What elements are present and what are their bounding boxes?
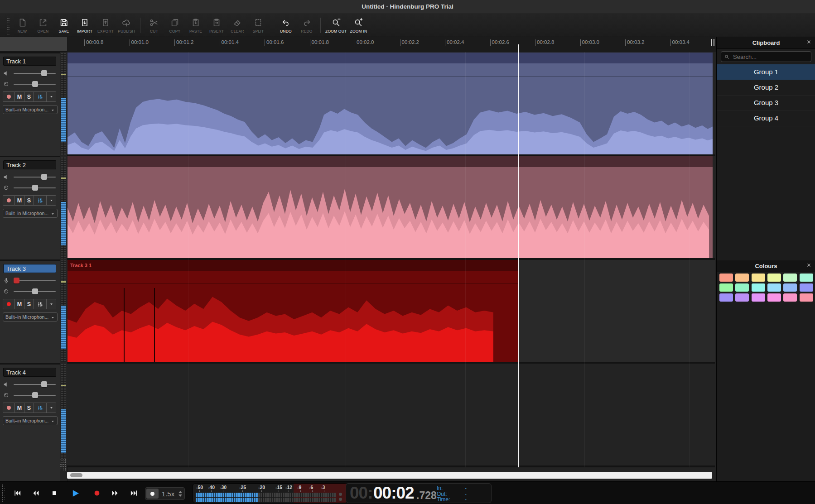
mute-button[interactable]: M <box>15 299 24 309</box>
eq-button[interactable] <box>34 195 47 206</box>
solo-button[interactable]: S <box>24 403 34 413</box>
toolbar-button-copy[interactable]: COPY <box>164 15 185 36</box>
search-input[interactable] <box>732 53 811 61</box>
pan-slider-handle[interactable] <box>32 288 38 294</box>
toolbar-button-split[interactable]: SPLIT <box>248 15 269 36</box>
input-device-dropdown[interactable]: Built–in Microphon... <box>3 105 58 114</box>
audio-clip-track-2[interactable] <box>68 156 713 259</box>
eq-button[interactable] <box>34 403 47 413</box>
track-options-dropdown[interactable] <box>47 403 56 413</box>
eq-button[interactable] <box>34 299 47 309</box>
toolbar-button-publish[interactable]: PUBLISH <box>116 15 137 36</box>
toolbar-button-export[interactable]: EXPORT <box>95 15 116 36</box>
audio-clip-track-3[interactable]: Track 3 1 <box>68 260 518 363</box>
colour-swatch[interactable] <box>735 274 749 282</box>
input-device-dropdown[interactable]: Built–in Microphon... <box>3 312 58 322</box>
horizontal-scrollbar-thumb[interactable] <box>70 473 82 477</box>
toolbar-button-redo[interactable]: REDO <box>296 15 317 36</box>
volume-slider-handle[interactable] <box>41 70 47 76</box>
toolbar-button-zoom-out[interactable]: ZOOM OUT <box>324 15 348 36</box>
track-options-dropdown[interactable] <box>47 195 56 206</box>
timeline-tracks-area[interactable]: Track 3 1 <box>67 52 715 467</box>
colour-swatch[interactable] <box>735 293 749 302</box>
colour-swatch[interactable] <box>783 283 797 292</box>
panel-resize-handle[interactable] <box>59 458 67 471</box>
track-name-field[interactable]: Track 3 <box>3 264 56 273</box>
transport-drag-handle[interactable] <box>1 484 5 502</box>
colour-swatch[interactable] <box>735 283 749 292</box>
speed-increase-icon[interactable] <box>178 491 182 493</box>
record-arm-button[interactable] <box>3 403 15 413</box>
colour-swatch[interactable] <box>752 274 765 282</box>
track-name-field[interactable]: Track 1 <box>3 57 56 66</box>
pan-slider-handle[interactable] <box>32 81 38 87</box>
record-arm-button[interactable] <box>3 195 15 206</box>
solo-button[interactable]: S <box>24 91 34 102</box>
audio-clip-track-1[interactable] <box>68 53 713 155</box>
toolbar-button-save[interactable]: SAVE <box>53 15 74 36</box>
toolbar-button-insert[interactable]: INSERT <box>206 15 227 36</box>
input-device-dropdown[interactable]: Built–in Microphon... <box>3 416 58 425</box>
colour-swatch[interactable] <box>719 293 733 302</box>
volume-slider-handle[interactable] <box>41 174 47 180</box>
colour-swatch[interactable] <box>752 293 765 302</box>
transport-fast-forward-button[interactable] <box>108 486 122 500</box>
toolbar-button-clear[interactable]: CLEAR <box>227 15 248 36</box>
eq-button[interactable] <box>34 91 47 102</box>
track-options-dropdown[interactable] <box>47 91 56 102</box>
input-device-dropdown[interactable]: Built–in Microphon... <box>3 209 58 218</box>
transport-skip-start-button[interactable] <box>10 486 24 500</box>
toolbar-button-open[interactable]: OPEN <box>33 15 53 36</box>
transport-rewind-button[interactable] <box>29 486 43 500</box>
record-arm-button[interactable] <box>3 91 15 102</box>
track-name-field[interactable]: Track 4 <box>3 368 56 377</box>
colour-swatch[interactable] <box>767 274 781 282</box>
transport-stop-button[interactable] <box>47 486 62 500</box>
transport-skip-end-button[interactable] <box>127 486 141 500</box>
colour-swatch[interactable] <box>783 293 797 302</box>
clipboard-group-3[interactable]: Group 3 <box>717 95 815 111</box>
transport-play-button[interactable] <box>68 486 82 500</box>
toolbar-button-import[interactable]: IMPORT <box>74 15 95 36</box>
solo-button[interactable]: S <box>24 299 34 309</box>
horizontal-scrollbar[interactable] <box>67 472 712 479</box>
clip-gain-line[interactable] <box>68 283 518 284</box>
clip-gain-line[interactable] <box>68 180 713 180</box>
mute-button[interactable]: M <box>15 403 24 413</box>
track-name-field[interactable]: Track 2 <box>3 160 56 169</box>
colour-swatch[interactable] <box>767 293 781 302</box>
clipboard-group-4[interactable]: Group 4 <box>717 110 815 126</box>
pan-slider-handle[interactable] <box>32 185 38 191</box>
toolbar-drag-handle[interactable] <box>6 16 10 34</box>
clipboard-group-2[interactable]: Group 2 <box>717 80 815 96</box>
volume-slider-handle[interactable] <box>14 278 19 283</box>
clipboard-search[interactable] <box>721 51 811 62</box>
colour-swatch[interactable] <box>752 283 765 292</box>
toolbar-button-undo[interactable]: UNDO <box>275 15 296 36</box>
colour-swatch[interactable] <box>719 283 733 292</box>
colour-swatch[interactable] <box>800 274 813 282</box>
track-options-dropdown[interactable] <box>47 299 56 309</box>
colours-close-icon[interactable] <box>806 263 811 268</box>
colour-swatch[interactable] <box>800 283 813 292</box>
record-mode-button[interactable] <box>146 489 159 499</box>
pan-slider-handle[interactable] <box>32 392 38 398</box>
volume-slider-handle[interactable] <box>41 381 47 387</box>
speed-decrease-icon[interactable] <box>178 494 182 497</box>
clipboard-group-1[interactable]: Group 1 <box>717 64 815 80</box>
playhead[interactable] <box>518 44 519 467</box>
record-arm-button[interactable] <box>3 299 15 309</box>
colour-swatch[interactable] <box>767 283 781 292</box>
colour-swatch[interactable] <box>719 274 733 282</box>
toolbar-button-zoom-in[interactable]: ZOOM IN <box>348 15 369 36</box>
transport-record-button[interactable] <box>90 486 104 500</box>
toolbar-button-new[interactable]: NEW <box>12 15 33 36</box>
colour-swatch[interactable] <box>800 293 813 302</box>
mute-button[interactable]: M <box>15 195 24 206</box>
timeline-ruler[interactable]: 00:00.800:01.000:01.200:01.400:01.600:01… <box>0 37 815 52</box>
toolbar-button-paste[interactable]: PASTE <box>185 15 206 36</box>
solo-button[interactable]: S <box>24 195 34 206</box>
clipboard-close-icon[interactable] <box>806 39 811 44</box>
colour-swatch[interactable] <box>783 274 797 282</box>
toolbar-button-cut[interactable]: CUT <box>144 15 164 36</box>
